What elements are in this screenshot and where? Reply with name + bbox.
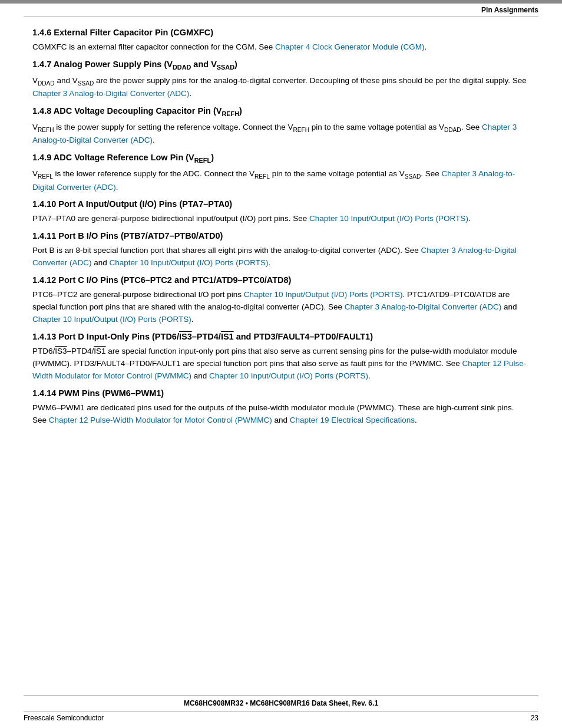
inline-link[interactable]: Chapter 19 Electrical Specifications bbox=[290, 416, 415, 424]
section-heading-s1410: 1.4.10 Port A Input/Output (I/O) Pins (P… bbox=[32, 199, 530, 209]
paragraph: VREFH is the power supply for setting th… bbox=[32, 121, 530, 147]
inline-link[interactable]: Chapter 4 Clock Generator Module (CGM) bbox=[275, 42, 425, 51]
paragraph: PWM6–PWM1 are dedicated pins used for th… bbox=[32, 402, 530, 427]
main-content: 1.4.6 External Filter Capacitor Pin (CGM… bbox=[0, 17, 562, 695]
footer-center: MC68HC908MR32 • MC68HC908MR16 Data Sheet… bbox=[0, 696, 562, 711]
section-s1412: 1.4.12 Port C I/O Pins (PTC6–PTC2 and PT… bbox=[32, 275, 530, 326]
section-heading-s1411: 1.4.11 Port B I/O Pins (PTB7/ATD7–PTB0/A… bbox=[32, 231, 530, 241]
inline-link[interactable]: Chapter 10 Input/Output (I/O) Ports (POR… bbox=[244, 290, 403, 299]
footer-bottom: Freescale Semiconductor 23 bbox=[0, 711, 562, 728]
section-s1410: 1.4.10 Port A Input/Output (I/O) Pins (P… bbox=[32, 199, 530, 225]
footer-right: 23 bbox=[531, 714, 538, 722]
section-s1413: 1.4.13 Port D Input-Only Pins (PTD6/IS3–… bbox=[32, 332, 530, 383]
section-s146: 1.4.6 External Filter Capacitor Pin (CGM… bbox=[32, 28, 530, 54]
paragraph: PTA7–PTA0 are general-purpose bidirectio… bbox=[32, 213, 530, 225]
section-heading-s1414: 1.4.14 PWM Pins (PWM6–PWM1) bbox=[32, 388, 530, 398]
section-heading-s149: 1.4.9 ADC Voltage Reference Low Pin (VRE… bbox=[32, 153, 530, 164]
section-s1411: 1.4.11 Port B I/O Pins (PTB7/ATD7–PTB0/A… bbox=[32, 231, 530, 269]
footer-title: MC68HC908MR32 • MC68HC908MR16 Data Sheet… bbox=[184, 699, 378, 707]
section-s148: 1.4.8 ADC Voltage Decoupling Capacitor P… bbox=[32, 106, 530, 147]
inline-link[interactable]: Chapter 3 Analog-to-Digital Converter (A… bbox=[345, 302, 501, 311]
section-s1414: 1.4.14 PWM Pins (PWM6–PWM1)PWM6–PWM1 are… bbox=[32, 388, 530, 427]
inline-link[interactable]: Chapter 10 Input/Output (I/O) Ports (POR… bbox=[110, 258, 269, 267]
section-heading-s1412: 1.4.12 Port C I/O Pins (PTC6–PTC2 and PT… bbox=[32, 275, 530, 285]
inline-link[interactable]: Chapter 3 Analog-to-Digital Converter (A… bbox=[32, 89, 189, 98]
inline-link[interactable]: Chapter 12 Pulse-Width Modulator for Mot… bbox=[49, 416, 272, 424]
section-heading-s147: 1.4.7 Analog Power Supply Pins (VDDAD an… bbox=[32, 60, 530, 71]
inline-link[interactable]: Chapter 10 Input/Output (I/O) Ports (POR… bbox=[309, 214, 468, 223]
paragraph: PTD6/IS3–PTD4/IS1 are special function i… bbox=[32, 345, 530, 383]
paragraph: VREFL is the lower reference supply for … bbox=[32, 168, 530, 193]
section-label-text: Pin Assignments bbox=[481, 6, 538, 14]
paragraph: VDDAD and VSSAD are the power supply pin… bbox=[32, 75, 530, 100]
section-heading-s1413: 1.4.13 Port D Input-Only Pins (PTD6/IS3–… bbox=[32, 332, 530, 341]
paragraph: Port B is an 8-bit special function port… bbox=[32, 245, 530, 269]
section-s149: 1.4.9 ADC Voltage Reference Low Pin (VRE… bbox=[32, 153, 530, 193]
inline-link[interactable]: Chapter 10 Input/Output (I/O) Ports (POR… bbox=[209, 371, 368, 380]
paragraph: PTC6–PTC2 are general-purpose bidirectio… bbox=[32, 289, 530, 326]
section-heading-s146: 1.4.6 External Filter Capacitor Pin (CGM… bbox=[32, 28, 530, 37]
inline-link[interactable]: Chapter 10 Input/Output (I/O) Ports (POR… bbox=[32, 315, 191, 324]
inline-link[interactable]: Chapter 3 Analog-to-Digital Converter (A… bbox=[32, 123, 517, 144]
page: Pin Assignments 1.4.6 External Filter Ca… bbox=[0, 0, 562, 728]
section-s147: 1.4.7 Analog Power Supply Pins (VDDAD an… bbox=[32, 60, 530, 100]
paragraph: CGMXFC is an external filter capacitor c… bbox=[32, 41, 530, 54]
inline-link[interactable]: Chapter 3 Analog-to-Digital Converter (A… bbox=[32, 246, 517, 267]
header-section-label: Pin Assignments bbox=[0, 4, 562, 17]
footer-left: Freescale Semiconductor bbox=[24, 714, 104, 722]
section-heading-s148: 1.4.8 ADC Voltage Decoupling Capacitor P… bbox=[32, 106, 530, 117]
inline-link[interactable]: Chapter 3 Analog-to-Digital Converter (A… bbox=[32, 169, 515, 191]
